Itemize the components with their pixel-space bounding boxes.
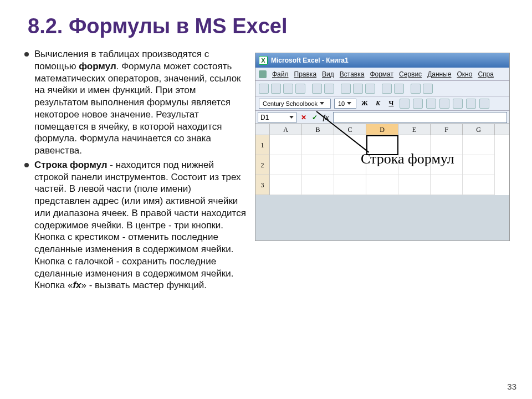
cell-f3[interactable] — [431, 175, 463, 195]
workbook-icon — [259, 70, 267, 78]
slide: 8.2. Формулы в MS Excel Вычисления в таб… — [0, 0, 532, 299]
font-name-value: Century Schoolbook — [263, 100, 318, 107]
worksheet: A B C D E F G 1 — [255, 124, 509, 195]
bullet-list: Вычисления в таблицах производятся с пом… — [22, 48, 246, 294]
cell-d3[interactable] — [366, 175, 398, 195]
chevron-down-icon — [320, 102, 324, 105]
row-3: 3 — [255, 175, 509, 195]
name-box-value: D1 — [260, 114, 269, 121]
bullet-2: Строка формул - находится под нижней стр… — [22, 159, 246, 291]
menu-data[interactable]: Данные — [427, 70, 451, 78]
menu-tools[interactable]: Сервис — [399, 70, 422, 78]
spelling-icon[interactable] — [324, 84, 334, 94]
col-header-d[interactable]: D — [366, 124, 398, 135]
col-header-e[interactable]: E — [398, 124, 431, 135]
cell-a2[interactable] — [270, 155, 302, 175]
row-header-1[interactable]: 1 — [255, 135, 270, 155]
menu-insert[interactable]: Вставка — [340, 70, 365, 78]
menu-edit[interactable]: Правка — [294, 70, 317, 78]
cell-g3[interactable] — [463, 175, 495, 195]
name-box[interactable]: D1 — [258, 112, 296, 123]
align-center-icon[interactable] — [413, 99, 423, 109]
cancel-button[interactable]: ✕ — [299, 112, 309, 122]
menu-view[interactable]: Вид — [322, 70, 334, 78]
sort-icon[interactable] — [423, 84, 433, 94]
currency-icon[interactable] — [453, 99, 463, 109]
bullet-2-bold: Строка формул — [34, 160, 108, 170]
merge-icon[interactable] — [439, 99, 449, 109]
cell-b1[interactable] — [302, 135, 334, 155]
align-left-icon[interactable] — [400, 99, 410, 109]
redo-icon[interactable] — [394, 84, 404, 94]
bullet-1: Вычисления в таблицах производятся с пом… — [22, 48, 246, 157]
bullet-2-fx: fx — [73, 280, 81, 290]
menu-help[interactable]: Спра — [478, 70, 494, 78]
font-name-combo[interactable]: Century Schoolbook — [259, 99, 331, 109]
print-icon[interactable] — [295, 84, 305, 94]
page-number: 33 — [507, 382, 516, 391]
italic-button[interactable]: К — [373, 99, 383, 109]
cell-g1[interactable] — [463, 135, 495, 155]
select-all-corner[interactable] — [255, 124, 270, 135]
menu-format[interactable]: Формат — [370, 70, 393, 78]
bullet-1-bold: формул — [79, 61, 116, 71]
preview-icon[interactable] — [312, 84, 322, 94]
bullet-2-mid: - находится под нижней строкой панели ин… — [34, 160, 246, 291]
open-icon[interactable] — [271, 84, 281, 94]
menu-window[interactable]: Окно — [457, 70, 472, 78]
cut-icon[interactable] — [341, 84, 351, 94]
standard-toolbar — [255, 81, 509, 96]
column-headers: A B C D E F G — [255, 124, 509, 135]
row-header-2[interactable]: 2 — [255, 155, 270, 175]
undo-icon[interactable] — [382, 84, 392, 94]
chevron-down-icon — [347, 102, 351, 105]
excel-screenshot: X Microsoft Excel - Книга1 Файл Правка В… — [255, 53, 510, 241]
row-header-3[interactable]: 3 — [255, 175, 270, 195]
col-header-f[interactable]: F — [431, 124, 463, 135]
save-icon[interactable] — [283, 84, 293, 94]
bullet-2-end: » - вызвать мастер функций. — [81, 280, 207, 290]
copy-icon[interactable] — [353, 84, 363, 94]
content-row: Вычисления в таблицах производятся с пом… — [22, 48, 510, 294]
window-titlebar: X Microsoft Excel - Книга1 — [255, 53, 509, 68]
chevron-down-icon — [289, 116, 294, 119]
new-icon[interactable] — [259, 84, 269, 94]
bold-button[interactable]: Ж — [360, 99, 370, 109]
cell-b2[interactable] — [302, 155, 334, 175]
col-header-b[interactable]: B — [302, 124, 334, 135]
formula-bar: D1 ✕ ✓ fx — [255, 111, 509, 124]
font-size-combo[interactable]: 10 — [334, 99, 356, 109]
cell-a3[interactable] — [270, 175, 302, 195]
menu-file[interactable]: Файл — [272, 70, 289, 78]
autosum-icon[interactable] — [411, 84, 421, 94]
col-header-a[interactable]: A — [270, 124, 302, 135]
align-right-icon[interactable] — [426, 99, 436, 109]
window-title: Microsoft Excel - Книга1 — [271, 57, 349, 64]
slide-title: 8.2. Формулы в MS Excel — [28, 14, 510, 38]
cell-g2[interactable] — [463, 155, 495, 175]
col-header-g[interactable]: G — [463, 124, 495, 135]
underline-button[interactable]: Ч — [386, 99, 396, 109]
cell-e3[interactable] — [398, 175, 431, 195]
paste-icon[interactable] — [365, 84, 375, 94]
font-size-value: 10 — [338, 100, 345, 107]
percent-icon[interactable] — [466, 99, 476, 109]
cell-a1[interactable] — [270, 135, 302, 155]
comma-icon[interactable] — [479, 99, 489, 109]
excel-app-icon: X — [259, 56, 268, 65]
formula-input[interactable] — [333, 112, 507, 123]
annotation-label: Строка формул — [361, 151, 454, 167]
menu-bar: Файл Правка Вид Вставка Формат Сервис Да… — [255, 68, 509, 81]
cell-c3[interactable] — [334, 175, 366, 195]
formula-buttons: ✕ ✓ fx — [299, 112, 331, 122]
bullet-1-post: . Формула может состоять математических … — [34, 61, 241, 156]
cell-b3[interactable] — [302, 175, 334, 195]
formatting-toolbar: Century Schoolbook 10 Ж К Ч — [255, 96, 509, 111]
